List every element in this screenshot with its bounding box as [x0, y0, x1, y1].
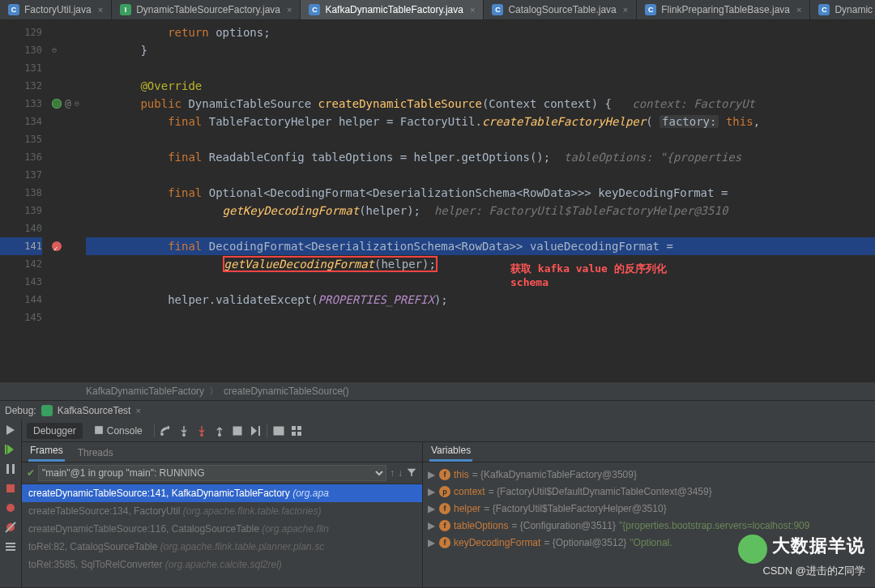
- test-icon: [41, 405, 53, 416]
- evaluate-expression-icon[interactable]: [272, 424, 285, 437]
- stack-frame[interactable]: toRel:82, CatalogSourceTable (org.apache…: [22, 538, 422, 556]
- tab-catalogsourcetable[interactable]: CCatalogSourceTable.java×: [484, 0, 637, 19]
- svg-rect-17: [275, 428, 278, 430]
- variable-row[interactable]: ▶f this = {KafkaDynamicTableFactory@3509…: [428, 466, 870, 483]
- run-to-cursor-icon[interactable]: [249, 424, 262, 437]
- close-icon[interactable]: ×: [623, 5, 628, 15]
- svg-rect-3: [6, 484, 15, 492]
- svg-point-12: [200, 433, 203, 437]
- svg-rect-21: [292, 432, 296, 436]
- stack-frame[interactable]: createDynamicTableSource:116, CatalogSou…: [22, 520, 422, 538]
- svg-point-10: [160, 432, 164, 436]
- annotation-text: 获取 kafka value 的反序列化schema: [510, 262, 667, 288]
- settings-icon[interactable]: [4, 540, 17, 553]
- stack-frame[interactable]: createTableSource:134, FactoryUtil (org.…: [22, 502, 422, 520]
- variable-row[interactable]: ▶f helper = {FactoryUtil$TableFactoryHel…: [428, 500, 870, 517]
- debugger-tab[interactable]: Debugger: [27, 423, 83, 439]
- rerun-icon[interactable]: [4, 424, 17, 437]
- step-over-icon[interactable]: [160, 424, 173, 437]
- svg-rect-9: [6, 549, 15, 551]
- prev-frame-icon[interactable]: ↑: [390, 467, 395, 479]
- close-icon[interactable]: ×: [470, 5, 475, 15]
- stack-frames[interactable]: createDynamicTableSource:141, KafkaDynam…: [22, 484, 422, 587]
- trace-icon[interactable]: [290, 424, 303, 437]
- code-editor[interactable]: 1291301311321331341351361371381391401411…: [0, 20, 875, 381]
- force-step-into-icon[interactable]: [195, 424, 208, 437]
- breadcrumb[interactable]: KafkaDynamicTableFactory〉 createDynamicT…: [0, 381, 875, 400]
- debug-run-config[interactable]: KafkaSourceTest: [58, 405, 131, 416]
- tab-dynamictablesourcefactory[interactable]: IDynamicTableSourceFactory.java×: [112, 0, 301, 19]
- next-frame-icon[interactable]: ↓: [398, 467, 403, 479]
- frames-pane: Frames Threads ✔ "main"@1 in group "main…: [22, 442, 423, 587]
- close-icon[interactable]: ×: [287, 5, 292, 15]
- code-area[interactable]: return options; } @Override public Dynam…: [86, 20, 875, 381]
- view-breakpoints-icon[interactable]: [4, 501, 17, 514]
- debug-panel: Debugger Console Frames Threads ✔ "main": [0, 420, 875, 587]
- debug-side-toolbar: [0, 420, 22, 587]
- svg-rect-22: [297, 432, 301, 436]
- svg-rect-19: [292, 426, 296, 430]
- tab-flinkpreparingtablebase[interactable]: CFlinkPreparingTableBase.java×: [637, 0, 810, 19]
- crumb-method[interactable]: createDynamicTableSource(): [219, 386, 354, 397]
- tab-kafkadynamictablefactory[interactable]: CKafkaDynamicTableFactory.java×: [301, 0, 484, 19]
- editor-tabs: CFactoryUtil.java× IDynamicTableSourceFa…: [0, 0, 875, 20]
- variable-row[interactable]: ▶f tableOptions = {Configuration@3511} "…: [428, 517, 870, 534]
- close-icon[interactable]: ×: [135, 406, 140, 415]
- tab-dynamic[interactable]: CDynamic: [810, 0, 875, 19]
- close-icon[interactable]: ×: [98, 5, 103, 15]
- threads-tab[interactable]: Threads: [76, 444, 115, 462]
- svg-rect-7: [6, 543, 15, 544]
- stack-frame[interactable]: createDynamicTableSource:141, KafkaDynam…: [22, 484, 422, 502]
- drop-frame-icon[interactable]: [231, 424, 244, 437]
- svg-rect-1: [6, 464, 9, 474]
- resume-icon[interactable]: [4, 443, 17, 456]
- svg-rect-2: [12, 464, 15, 474]
- step-into-icon[interactable]: [177, 424, 190, 437]
- svg-point-13: [218, 433, 221, 437]
- variables-tab[interactable]: Variables: [429, 441, 472, 462]
- line-gutter: 1291301311321331341351361371381391401411…: [0, 20, 47, 381]
- debug-tab-bar: Debug: KafkaSourceTest ×: [0, 400, 875, 420]
- svg-rect-14: [233, 427, 241, 435]
- svg-rect-15: [258, 426, 260, 436]
- debug-label: Debug:: [5, 405, 36, 416]
- svg-point-11: [182, 433, 186, 437]
- frames-tab[interactable]: Frames: [28, 441, 65, 462]
- debug-toolbar: Debugger Console: [22, 420, 875, 442]
- svg-rect-18: [280, 428, 282, 430]
- stack-frame[interactable]: toRel:3585, SqlToRelConverter (org.apach…: [22, 556, 422, 573]
- step-out-icon[interactable]: [213, 424, 226, 437]
- variable-row[interactable]: ▶f keyDecodingFormat = {Optional@3512} "…: [428, 534, 870, 551]
- stop-icon[interactable]: [4, 482, 17, 495]
- pause-icon[interactable]: [4, 462, 17, 475]
- svg-rect-0: [5, 445, 6, 454]
- filter-icon[interactable]: [406, 467, 417, 480]
- tab-factoryutil[interactable]: CFactoryUtil.java×: [0, 0, 112, 19]
- svg-rect-8: [6, 546, 15, 548]
- crumb-class[interactable]: KafkaDynamicTableFactory: [81, 386, 209, 397]
- marker-gutter: ⊖ @ ⊖: [47, 20, 86, 381]
- svg-point-4: [6, 504, 15, 512]
- thread-selector[interactable]: "main"@1 in group "main": RUNNING: [38, 465, 386, 481]
- close-icon[interactable]: ×: [796, 5, 801, 15]
- console-tab[interactable]: Console: [88, 423, 149, 439]
- variable-row[interactable]: ▶p context = {FactoryUtil$DefaultDynamic…: [428, 483, 870, 500]
- mute-breakpoints-icon[interactable]: [4, 521, 17, 534]
- svg-rect-20: [297, 426, 301, 430]
- variables-pane: Variables ▶f this = {KafkaDynamicTableFa…: [423, 442, 875, 587]
- svg-rect-16: [274, 427, 284, 435]
- check-icon: ✔: [27, 467, 35, 479]
- variables-list[interactable]: ▶f this = {KafkaDynamicTableFactory@3509…: [423, 462, 875, 587]
